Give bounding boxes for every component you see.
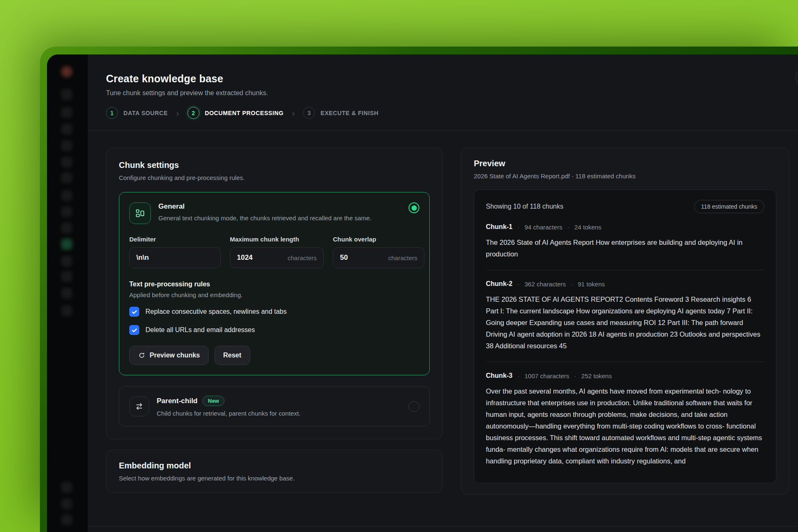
rule-label: Replace consecutive spaces, newlines and… xyxy=(145,308,287,315)
sidebar-icon[interactable] xyxy=(61,89,72,100)
field-delimiter: Delimiter\n\n xyxy=(129,236,221,268)
sidebar-icon[interactable] xyxy=(61,482,72,493)
step-number: 1 xyxy=(106,107,118,119)
sidebar-icon[interactable] xyxy=(61,107,72,118)
field-input[interactable]: 50characters xyxy=(333,247,424,268)
chunk-settings-card: Chunk settings Configure chunking and pr… xyxy=(106,148,443,439)
parent-child-radio-unselected[interactable] xyxy=(409,401,419,412)
field-chunk-overlap: Chunk overlap50characters xyxy=(333,236,424,268)
step-execute-finish[interactable]: 3EXECUTE & FINISH xyxy=(303,107,379,119)
embedding-model-card: Embedding model Select how embeddings ar… xyxy=(106,450,443,493)
chunks-list-header: Showing 10 of 118 chunks 118 estimated c… xyxy=(486,200,764,213)
step-number: 3 xyxy=(303,107,315,119)
sidebar-active-icon[interactable] xyxy=(61,239,72,250)
chunk-settings-subtitle: Configure chunking and pre-processing ru… xyxy=(119,174,430,181)
sidebar-icon[interactable] xyxy=(61,206,72,217)
sidebar-icon[interactable] xyxy=(61,288,72,299)
general-option-card[interactable]: General General text chunking mode, the … xyxy=(119,192,430,375)
parent-child-header: Parent-child New Child chunks for retrie… xyxy=(129,396,419,417)
meta-separator: · xyxy=(567,224,569,231)
chunk-text: Over the past several months, AI agents … xyxy=(486,385,764,467)
estimated-chunks-badge: 118 estimated chunks xyxy=(694,200,764,213)
chunk-meta-row: Chunk-2·362 characters·91 tokens xyxy=(486,280,764,288)
chunk-name: Chunk-1 xyxy=(486,223,512,231)
chunk-name: Chunk-2 xyxy=(486,280,512,288)
step-label: DOCUMENT PROCESSING xyxy=(205,110,284,116)
chunk-settings-title: Chunk settings xyxy=(119,160,430,170)
sidebar-icon[interactable] xyxy=(61,190,72,201)
sidebar-icon[interactable] xyxy=(61,271,72,282)
sidebar-icon[interactable] xyxy=(61,256,72,267)
parent-child-texts: Parent-child New Child chunks for retrie… xyxy=(157,396,409,417)
stepper: 1DATA SOURCE›2DOCUMENT PROCESSING›3EXECU… xyxy=(106,107,798,119)
parent-child-option-card[interactable]: Parent-child New Child chunks for retrie… xyxy=(119,386,430,426)
general-option-header: General General text chunking mode, the … xyxy=(129,202,419,224)
embedding-model-title: Embedding model xyxy=(119,461,430,470)
checkbox-checked[interactable] xyxy=(129,325,139,335)
sidebar-icon[interactable] xyxy=(61,140,72,151)
chunk-divider xyxy=(486,270,764,270)
preview-chunks-label: Preview chunks xyxy=(150,352,200,359)
field-label: Delimiter xyxy=(129,236,221,243)
chunk-actions-row: Preview chunks Reset xyxy=(129,346,419,365)
chunk-characters: 94 characters xyxy=(525,224,562,231)
preview-subtitle: 2026 State of AI Agents Report.pdf · 118… xyxy=(474,172,776,180)
sidebar-icon[interactable] xyxy=(61,157,72,168)
create-knowledge-base-dialog: Create knowledge base Tune chunk setting… xyxy=(88,54,798,532)
chunk-characters: 362 characters xyxy=(525,281,566,288)
field-value: 1024 xyxy=(237,254,253,262)
meta-separator: · xyxy=(517,372,520,379)
step-label: EXECUTE & FINISH xyxy=(320,110,379,116)
chunk-item: Chunk-3·1007 characters·252 tokensOver t… xyxy=(486,372,764,467)
preview-chunks-button[interactable]: Preview chunks xyxy=(129,346,209,365)
chunk-meta-row: Chunk-1·94 characters·24 tokens xyxy=(486,223,764,231)
dialog-subtitle: Tune chunk settings and preview the extr… xyxy=(106,89,798,97)
field-label: Maximum chunk length xyxy=(230,236,324,243)
sidebar-icon[interactable] xyxy=(61,514,72,525)
chunk-item: Chunk-1·94 characters·24 tokensThe 2026 … xyxy=(486,223,764,260)
step-data-source[interactable]: 1DATA SOURCE xyxy=(106,107,168,119)
layout-blocks-icon xyxy=(129,202,151,224)
app-logo-icon[interactable] xyxy=(61,66,72,77)
parent-child-title: Parent-child xyxy=(157,397,197,405)
field-value: \n\n xyxy=(136,254,149,262)
sidebar-icon[interactable] xyxy=(61,498,72,510)
general-option-description: General text chunking mode, the chunks r… xyxy=(158,214,409,222)
chevron-right-icon: › xyxy=(292,108,295,117)
meta-separator: · xyxy=(517,224,520,231)
step-number: 2 xyxy=(187,107,200,119)
checkbox-checked[interactable] xyxy=(129,307,139,317)
embedding-model-subtitle: Select how embeddings are generated for … xyxy=(119,475,430,482)
preprocessing-rule-row: Delete all URLs and email addresses xyxy=(129,325,419,335)
settings-column: Chunk settings Configure chunking and pr… xyxy=(106,148,443,526)
preprocessing-rule-row: Replace consecutive spaces, newlines and… xyxy=(129,307,419,317)
preprocessing-rules-list: Replace consecutive spaces, newlines and… xyxy=(129,307,419,335)
chunk-item: Chunk-2·362 characters·91 tokensTHE 2026… xyxy=(486,280,764,352)
general-radio-selected[interactable] xyxy=(409,202,419,213)
app-sidebar xyxy=(47,54,88,532)
sidebar-icon[interactable] xyxy=(61,172,72,183)
rule-label: Delete all URLs and email addresses xyxy=(145,326,255,334)
new-badge: New xyxy=(202,396,224,406)
preview-column: Preview 2026 State of AI Agents Report.p… xyxy=(461,148,789,526)
field-input[interactable]: \n\n xyxy=(129,247,221,268)
field-maximum-chunk-length: Maximum chunk length1024characters xyxy=(230,236,324,268)
step-document-processing[interactable]: 2DOCUMENT PROCESSING xyxy=(187,107,284,119)
reset-button[interactable]: Reset xyxy=(214,346,250,365)
field-suffix: characters xyxy=(288,254,317,261)
sidebar-icon[interactable] xyxy=(61,305,72,316)
meta-separator: · xyxy=(574,372,576,379)
chunk-tokens: 24 tokens xyxy=(574,224,601,231)
chunk-text: The 2026 State of AI Agents Report How e… xyxy=(486,236,764,260)
dialog-title: Create knowledge base xyxy=(106,73,798,85)
field-input[interactable]: 1024characters xyxy=(230,247,324,268)
chevron-right-icon: › xyxy=(176,108,179,117)
chunk-characters: 1007 characters xyxy=(525,372,569,379)
sidebar-icon[interactable] xyxy=(61,222,72,234)
showing-count-label: Showing 10 of 118 chunks xyxy=(486,203,564,210)
close-button[interactable]: × xyxy=(796,67,798,89)
step-label: DATA SOURCE xyxy=(123,110,168,116)
sidebar-icon[interactable] xyxy=(61,123,72,135)
preview-panel: Preview 2026 State of AI Agents Report.p… xyxy=(461,148,789,495)
reset-label: Reset xyxy=(223,352,241,359)
